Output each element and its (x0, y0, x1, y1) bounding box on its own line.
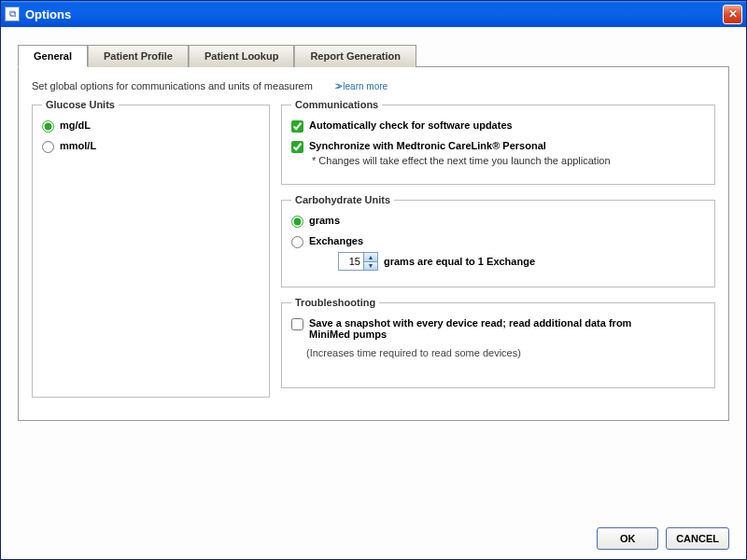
cancel-label: CANCEL (676, 533, 719, 544)
label-grams[interactable]: grams (309, 215, 340, 226)
ok-button[interactable]: OK (597, 527, 658, 550)
panel-description: Set global options for communications an… (32, 80, 313, 91)
checkbox-sync-carelink[interactable] (291, 141, 303, 153)
close-button[interactable]: ✕ (723, 5, 742, 24)
checkbox-auto-update[interactable] (291, 120, 303, 133)
tab-label: General (34, 50, 72, 62)
radio-grams[interactable] (291, 216, 303, 228)
tab-label: Patient Lookup (204, 50, 278, 62)
app-icon: ⧉ (5, 7, 20, 21)
carb-legend: Carbohydrate Units (291, 194, 394, 205)
spinner-up-button[interactable]: ▲ (363, 253, 377, 262)
learn-more-link[interactable]: >> learn more (335, 81, 388, 91)
sync-note: * Changes will take effect the next time… (312, 155, 705, 166)
spinner-suffix-label: grams are equal to 1 Exchange (384, 256, 535, 267)
label-mmol[interactable]: mmol/L (60, 140, 96, 151)
ok-label: OK (620, 533, 636, 544)
label-mgdl[interactable]: mg/dL (60, 119, 91, 131)
grams-per-exchange-spinner: ▲ ▼ (338, 252, 378, 271)
glucose-legend: Glucose Units (42, 99, 119, 110)
troubleshooting-legend: Troubleshooting (291, 297, 379, 308)
radio-exchanges[interactable] (291, 236, 303, 248)
radio-mmol[interactable] (42, 141, 54, 153)
tab-patient-lookup[interactable]: Patient Lookup (189, 45, 294, 67)
tab-label: Patient Profile (104, 50, 173, 62)
chevron-right-icon: >> (335, 81, 339, 91)
communications-legend: Communications (291, 99, 382, 110)
tab-panel-general: Set global options for communications an… (18, 66, 729, 421)
chevron-down-icon: ▼ (368, 262, 374, 269)
snapshot-note: (Increases time required to read some de… (306, 347, 705, 358)
client-area: General Patient Profile Patient Lookup R… (1, 27, 746, 559)
options-dialog: ⧉ Options ✕ General Patient Profile Pati… (0, 0, 747, 560)
dialog-footer: OK CANCEL (18, 516, 729, 550)
checkbox-snapshot[interactable] (291, 318, 303, 330)
window-title: Options (25, 7, 723, 21)
troubleshooting-group: Troubleshooting Save a snapshot with eve… (281, 297, 715, 388)
carb-units-group: Carbohydrate Units grams Exchanges (281, 194, 715, 287)
glucose-units-group: Glucose Units mg/dL mmol/L (32, 99, 270, 398)
label-auto-update[interactable]: Automatically check for software updates (309, 119, 513, 131)
chevron-up-icon: ▲ (368, 254, 374, 260)
radio-mgdl[interactable] (42, 120, 54, 133)
label-exchanges[interactable]: Exchanges (309, 235, 363, 246)
spinner-down-button[interactable]: ▼ (363, 262, 377, 271)
learn-more-label: learn more (343, 81, 388, 91)
tab-general[interactable]: General (18, 45, 88, 67)
tab-patient-profile[interactable]: Patient Profile (88, 45, 189, 67)
titlebar: ⧉ Options ✕ (1, 1, 746, 27)
grams-per-exchange-input[interactable] (339, 253, 363, 270)
cancel-button[interactable]: CANCEL (666, 527, 729, 550)
close-icon: ✕ (728, 7, 738, 21)
tab-label: Report Generation (310, 50, 401, 62)
tab-report-generation[interactable]: Report Generation (294, 45, 416, 67)
tab-strip: General Patient Profile Patient Lookup R… (18, 44, 729, 66)
label-sync-carelink[interactable]: Synchronize with Medtronic CareLink® Per… (309, 140, 546, 151)
communications-group: Communications Automatically check for s… (281, 99, 715, 185)
label-snapshot[interactable]: Save a snapshot with every device read; … (309, 317, 664, 340)
